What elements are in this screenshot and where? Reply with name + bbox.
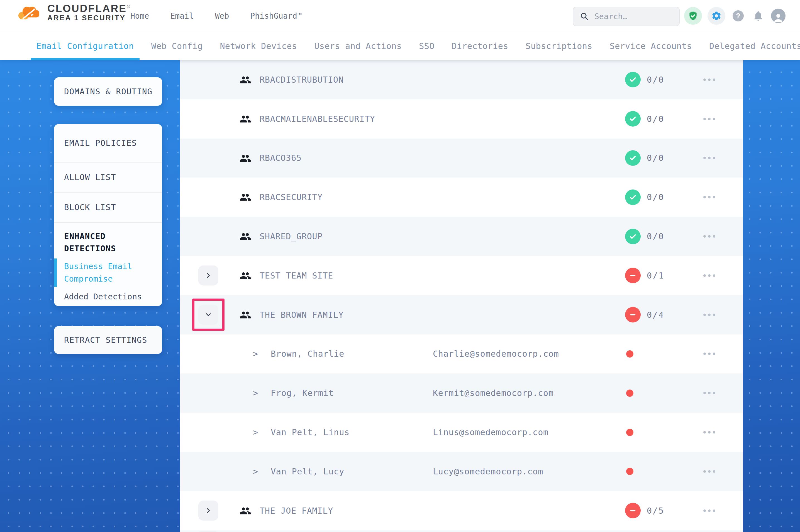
sidebar-item-domains-routing[interactable]: DOMAINS & ROUTING (54, 77, 162, 106)
group-icon (239, 309, 251, 321)
search-box[interactable] (573, 7, 680, 26)
member-email: Charlie@somedemocorp.com (433, 335, 559, 374)
member-count: 0/5 (647, 506, 664, 516)
member-email: Lucy@somedemocorp.com (433, 452, 543, 491)
row-actions-menu-button[interactable] (699, 491, 719, 530)
row-actions-menu-button[interactable] (699, 256, 719, 295)
tab-network-devices[interactable]: Network Devices (220, 32, 297, 60)
status-check-icon (625, 72, 641, 88)
group-row[interactable]: TEST TEAM SITE0/1 (180, 256, 743, 295)
member-count-badge: 0/5 (625, 491, 664, 530)
tab-subscriptions[interactable]: Subscriptions (526, 32, 593, 60)
top-header: CLOUDFLARE® AREA 1 SECURITY HomeEmailWeb… (0, 0, 800, 32)
group-row[interactable]: RBACO3650/0 (180, 138, 743, 178)
status-minus-icon (625, 503, 641, 518)
tab-delegated-accounts[interactable]: Delegated Accounts (709, 32, 800, 60)
top-nav-item-phishguard-[interactable]: PhishGuard™ (250, 12, 302, 21)
group-row[interactable]: THE JOE FAMILY0/5 (180, 491, 743, 530)
sidebar-item-enhanced-detections[interactable]: ENHANCED DETECTIONS (54, 223, 162, 254)
chevron-right-icon (204, 507, 212, 514)
row-actions-menu-button[interactable] (699, 177, 719, 217)
cloudflare-logo[interactable]: CLOUDFLARE® AREA 1 SECURITY (17, 3, 131, 22)
shield-check-icon[interactable] (684, 7, 702, 25)
group-row[interactable]: SHARED_GROUP0/0 (180, 217, 743, 256)
group-row[interactable]: THE BROWN FAMILY0/4 (180, 295, 743, 335)
row-actions-menu-button[interactable] (699, 335, 719, 374)
member-row[interactable]: >Frog, KermitKermit@somedemocorp.com (180, 374, 743, 413)
chevron-down-icon (204, 311, 212, 319)
group-icon (239, 113, 251, 125)
sidebar-item-business-email-compromise[interactable]: Business Email Compromise (54, 260, 162, 285)
member-count-badge: 0/0 (625, 60, 664, 99)
tab-web-config[interactable]: Web Config (151, 32, 203, 60)
group-row[interactable]: RBACSECURITY0/0 (180, 177, 743, 217)
row-actions-menu-button[interactable] (699, 374, 719, 413)
group-name: RBACDISTRUBUTION (260, 60, 344, 99)
collapse-group-button[interactable] (198, 305, 218, 325)
header-icon-group: ? (684, 0, 785, 32)
logo-line2: AREA 1 SECURITY (47, 14, 131, 22)
row-actions-menu-button[interactable] (699, 99, 719, 138)
group-name: TEST TEAM SITE (260, 256, 333, 295)
member-count-badge: 0/0 (625, 99, 664, 138)
member-name: Van Pelt, Linus (271, 413, 350, 452)
group-icon (239, 191, 251, 203)
search-input[interactable] (593, 12, 668, 22)
row-actions-menu-button[interactable] (699, 138, 719, 178)
search-icon (580, 12, 589, 21)
expand-group-button[interactable] (198, 500, 218, 520)
help-icon[interactable]: ? (731, 8, 745, 23)
group-icon (239, 74, 251, 86)
row-actions-menu-button[interactable] (699, 60, 719, 99)
member-count: 0/4 (647, 310, 664, 320)
member-name: Brown, Charlie (271, 335, 344, 374)
tab-sso[interactable]: SSO (419, 32, 434, 60)
member-count: 0/1 (647, 271, 664, 281)
group-row[interactable]: RBACDISTRUBUTION0/0 (180, 60, 743, 99)
sidebar-item-retract-settings[interactable]: RETRACT SETTINGS (54, 326, 162, 354)
tab-directories[interactable]: Directories (452, 32, 508, 60)
group-row[interactable]: RBACMAILENABLESECURITY0/0 (180, 99, 743, 138)
account-avatar-icon[interactable] (771, 8, 785, 23)
sidebar-email-policies-card: EMAIL POLICIES ALLOW LIST BLOCK LIST ENH… (54, 124, 162, 306)
row-actions-menu-button[interactable] (699, 217, 719, 256)
sidebar-item-allow-list[interactable]: ALLOW LIST (54, 163, 162, 192)
member-row[interactable]: >Van Pelt, LinusLinus@somedemocorp.com (180, 413, 743, 452)
content-area: DOMAINS & ROUTING EMAIL POLICIES ALLOW L… (0, 60, 800, 532)
tab-email-configuration[interactable]: Email Configuration (36, 32, 134, 60)
status-dot-red (626, 390, 633, 397)
tab-users-and-actions[interactable]: Users and Actions (314, 32, 402, 60)
status-dot-red (626, 429, 633, 436)
status-check-icon (625, 150, 641, 166)
top-nav-item-email[interactable]: Email (170, 12, 194, 21)
sidebar-item-block-list[interactable]: BLOCK LIST (54, 192, 162, 223)
row-actions-menu-button[interactable] (699, 295, 719, 335)
top-nav-item-web[interactable]: Web (215, 12, 229, 21)
member-name: Van Pelt, Lucy (271, 452, 344, 491)
status-check-icon (625, 189, 641, 205)
area1-security-app: CLOUDFLARE® AREA 1 SECURITY HomeEmailWeb… (0, 0, 800, 532)
member-count: 0/0 (647, 231, 664, 241)
member-row[interactable]: >Brown, CharlieCharlie@somedemocorp.com (180, 335, 743, 374)
groups-table: RBACDISTRUBUTION0/0RBACMAILENABLESECURIT… (180, 60, 743, 532)
expand-group-button[interactable] (198, 265, 218, 285)
member-email: Kermit@somedemocorp.com (433, 374, 554, 413)
chevron-right-icon: > (253, 374, 258, 413)
member-count: 0/0 (647, 114, 664, 124)
status-check-icon (625, 229, 641, 244)
notifications-bell-icon[interactable] (751, 8, 765, 23)
tab-service-accounts[interactable]: Service Accounts (610, 32, 692, 60)
group-name: RBACMAILENABLESECURITY (260, 99, 375, 138)
member-count-badge: 0/0 (625, 138, 664, 178)
sidebar-item-email-policies[interactable]: EMAIL POLICIES (54, 124, 162, 163)
row-actions-menu-button[interactable] (699, 452, 719, 491)
group-icon (239, 152, 251, 164)
settings-gear-icon[interactable] (708, 7, 725, 25)
sidebar-item-added-detections[interactable]: Added Detections (54, 292, 162, 301)
group-icon (239, 270, 251, 282)
top-nav-item-home[interactable]: Home (130, 12, 149, 21)
row-actions-menu-button[interactable] (699, 413, 719, 452)
status-minus-icon (625, 268, 641, 283)
member-row[interactable]: >Van Pelt, LucyLucy@somedemocorp.com (180, 452, 743, 491)
tab-bar: Email ConfigurationWeb ConfigNetwork Dev… (0, 32, 800, 60)
